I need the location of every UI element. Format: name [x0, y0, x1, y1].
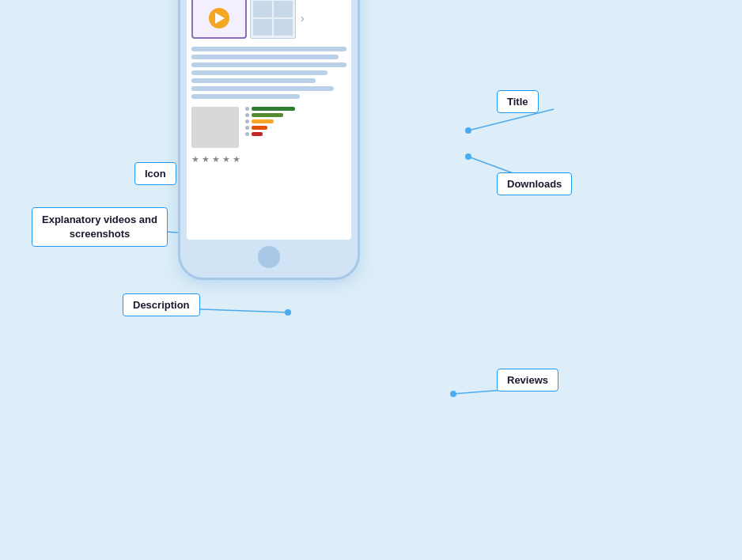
rating-bar-2star [252, 126, 267, 130]
desc-bar-5 [191, 78, 316, 83]
rating-dot-5 [245, 107, 249, 111]
reviews-callout-text: Reviews [507, 374, 548, 386]
connector-lines [0, 0, 742, 560]
rating-row-2 [245, 126, 346, 130]
rating-bar-1star [252, 132, 263, 136]
rating-dot-4 [245, 113, 249, 117]
svg-point-7 [285, 309, 291, 316]
rating-dot-2 [245, 126, 249, 130]
rating-row-3 [245, 119, 346, 123]
rating-bar-3star [252, 119, 274, 123]
phone-screen: M › [187, 0, 351, 240]
play-icon [215, 13, 225, 24]
phone-home-button [258, 246, 280, 268]
reviews-callout: Reviews [497, 369, 558, 392]
star-2: ★ [202, 154, 210, 165]
desc-bar-2 [191, 55, 339, 59]
screenshot-thumbnail [250, 0, 296, 39]
star-1: ★ [191, 154, 199, 165]
description-callout: Description [123, 293, 200, 316]
rating-dot-3 [245, 119, 249, 123]
desc-bar-3 [191, 62, 346, 67]
description-section [187, 42, 351, 102]
downloads-callout-text: Downloads [507, 178, 562, 190]
rating-row-5 [245, 107, 346, 111]
svg-point-11 [450, 391, 456, 397]
rating-bar-4star [252, 113, 283, 117]
star-rating-bars [245, 107, 346, 148]
video-thumbnail [191, 0, 247, 39]
explanatory-callout-text: Explanatory videos andscreenshots [42, 214, 157, 240]
title-callout: Title [497, 90, 539, 113]
star-4: ★ [222, 154, 230, 165]
phone-mockup: M › [178, 0, 360, 280]
thumb-cell-1 [253, 1, 272, 17]
screenshots-section: › [187, 0, 351, 42]
title-callout-text: Title [507, 96, 528, 108]
desc-bar-7 [191, 94, 300, 99]
explanatory-callout: Explanatory videos andscreenshots [32, 207, 168, 247]
chevron-right-icon: › [301, 12, 305, 25]
ratings-section [187, 102, 351, 153]
rating-row-4 [245, 113, 346, 117]
description-callout-text: Description [133, 299, 190, 311]
star-5: ★ [233, 154, 240, 165]
star-3: ★ [212, 154, 220, 165]
thumb-cell-4 [274, 19, 293, 36]
desc-bar-1 [191, 47, 346, 51]
downloads-callout: Downloads [497, 172, 572, 195]
review-thumbnail [191, 107, 239, 148]
thumb-cell-3 [253, 19, 272, 36]
desc-bar-6 [191, 86, 334, 91]
svg-point-9 [465, 153, 471, 160]
svg-point-1 [465, 127, 471, 134]
rating-dot-1 [245, 132, 249, 136]
rating-row-1 [245, 132, 346, 136]
desc-bar-4 [191, 70, 327, 75]
thumb-cell-2 [274, 1, 293, 17]
rating-bar-5star [252, 107, 295, 111]
icon-callout: Icon [134, 162, 176, 185]
stars-row: ★ ★ ★ ★ ★ [187, 153, 351, 166]
icon-callout-text: Icon [145, 168, 166, 180]
play-button [209, 8, 229, 28]
